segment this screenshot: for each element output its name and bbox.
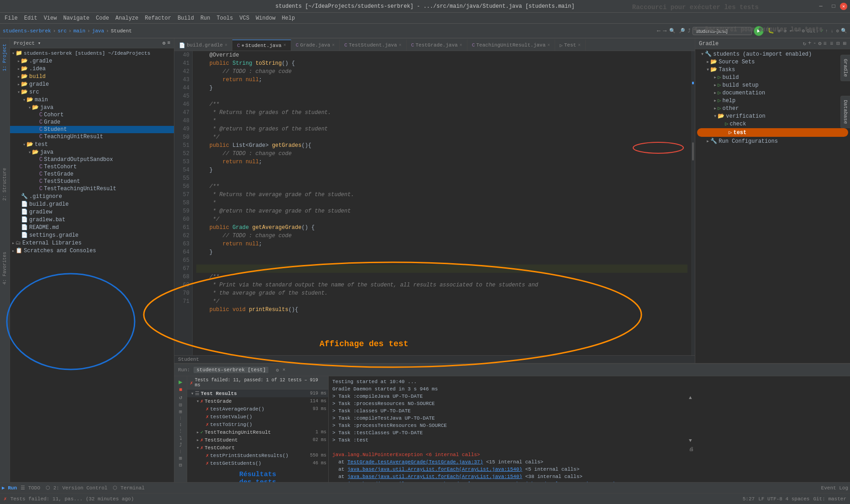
tab-run-active[interactable]: ▶ Run bbox=[2, 485, 17, 491]
gradle-item-build-task[interactable]: ▸ ▷ build bbox=[695, 73, 850, 81]
gradle-sync-icon[interactable]: ↻ bbox=[803, 40, 806, 47]
editor-scrollbar[interactable] bbox=[691, 51, 695, 355]
gradle-item-source-sets[interactable]: ▸ 📂 Source Sets bbox=[695, 58, 850, 66]
menu-window[interactable]: Window bbox=[253, 14, 278, 22]
tree-item-standard-output-sandbox[interactable]: ▸ C StandardOutputSandbox bbox=[10, 156, 174, 163]
tab-build-gradle[interactable]: 📄build.gradle × bbox=[174, 40, 232, 51]
console-link-3[interactable]: java.base/java.util.ArrayList.forEach(Ar… bbox=[347, 474, 522, 479]
gradle-item-tasks[interactable]: ▾ 📂 Tasks bbox=[695, 66, 850, 73]
tab-test[interactable]: ▷Test × bbox=[555, 40, 586, 51]
menu-navigate[interactable]: Navigate bbox=[60, 14, 92, 22]
tree-item-settings-gradle[interactable]: ▸ 📄 settings.gradle bbox=[10, 231, 174, 239]
run-expand-icon[interactable]: ⊞ bbox=[179, 455, 182, 461]
breadcrumb-src[interactable]: src bbox=[58, 28, 67, 34]
menu-refactor[interactable]: Refactor bbox=[142, 14, 174, 22]
gradle-minus-icon[interactable]: - bbox=[813, 40, 816, 47]
console-print-icon[interactable]: 🖨 bbox=[689, 446, 694, 452]
favorites-tab[interactable]: 4: Favorites bbox=[1, 250, 8, 286]
run-toggle-icon[interactable]: ⊡ bbox=[179, 402, 182, 408]
tree-item-main[interactable]: ▾ 📂 main bbox=[10, 96, 174, 104]
tree-item-idea[interactable]: ▸ 📂 .idea bbox=[10, 65, 174, 73]
tree-item-student[interactable]: ▸ C Student bbox=[10, 126, 174, 133]
tree-item-test-cohort[interactable]: ▸ C TestCohort bbox=[10, 163, 174, 171]
tree-item-gitignore[interactable]: ▸ 🔧 .gitignore bbox=[10, 192, 174, 200]
maximize-button[interactable]: □ bbox=[827, 0, 840, 13]
tree-item-gradle[interactable]: ▸ 📂 .gradle bbox=[10, 57, 174, 65]
tree-item-teaching-unit-result[interactable]: ▸ C TeachingUnitResult bbox=[10, 133, 174, 140]
tree-item-scratches[interactable]: ▸ 📋 Scratches and Consoles bbox=[10, 247, 174, 255]
tree-item-java-main[interactable]: ▾ 📂 java bbox=[10, 104, 174, 111]
run-filter-icon[interactable]: ⊞ bbox=[179, 409, 182, 415]
breadcrumb-project[interactable]: students-serbrek bbox=[3, 28, 51, 34]
minimize-button[interactable]: ─ bbox=[814, 0, 827, 13]
run-play-icon[interactable]: ▶ bbox=[178, 378, 182, 386]
menu-vcs[interactable]: VCS bbox=[237, 14, 252, 22]
console-link-2[interactable]: java.base/java.util.ArrayList.forEach(Ar… bbox=[347, 467, 522, 472]
run-sort-icon[interactable]: ↕ bbox=[179, 422, 182, 427]
test-item-to-string[interactable]: ▸ ✗ testToString() bbox=[187, 421, 328, 428]
database-edge-tab[interactable]: Database bbox=[840, 96, 850, 128]
menu-edit[interactable]: Edit bbox=[21, 14, 40, 22]
sidebar-settings-icon[interactable]: ⚙ bbox=[163, 40, 166, 46]
console-scroll-up[interactable]: ▲ bbox=[689, 395, 694, 400]
test-item-get-students[interactable]: ▸ ✗ testGetStudents() 46 ms bbox=[187, 459, 328, 467]
tree-item-gradlew[interactable]: ▸ 📄 gradlew bbox=[10, 208, 174, 216]
test-item-student-suite[interactable]: ▸ ✗ TestStudent 02 ms bbox=[187, 436, 328, 444]
test-item-get-value[interactable]: ▸ ✗ testGetValue() bbox=[187, 413, 328, 421]
gradle-plus-icon[interactable]: + bbox=[808, 40, 811, 47]
tree-item-external-libraries[interactable]: ▸ 🗂 External Libraries bbox=[10, 239, 174, 247]
tree-item-grade[interactable]: ▸ C Grade bbox=[10, 119, 174, 126]
run-rerun-icon[interactable]: ↺ bbox=[179, 394, 182, 401]
run-export-icon[interactable]: ⤴ bbox=[179, 442, 182, 448]
gradle-item-verification[interactable]: ▾ 📂 verification bbox=[695, 112, 850, 120]
tree-item-test-teaching-unit-result[interactable]: ▸ C TestTeachingUnitResult bbox=[10, 185, 174, 192]
breadcrumb-main[interactable]: main bbox=[73, 28, 85, 34]
run-collapse-icon[interactable]: ⊟ bbox=[179, 462, 182, 468]
menu-analyze[interactable]: Analyze bbox=[113, 14, 141, 22]
tab-todo[interactable]: ☰ TODO bbox=[19, 485, 42, 491]
breadcrumb-java[interactable]: java bbox=[92, 28, 104, 34]
tab-student-java[interactable]: C ●Student.java × bbox=[232, 40, 291, 51]
tree-item-src[interactable]: ▾ 📂 src bbox=[10, 88, 174, 96]
tree-item-project-root[interactable]: ▾ 📁 students-serbrek [students] ~/IdeaPr… bbox=[10, 49, 174, 57]
menu-code[interactable]: Code bbox=[93, 14, 112, 22]
structure-tab[interactable]: 2: Structure bbox=[1, 166, 8, 203]
gradle-settings-icon[interactable]: ⚙ bbox=[818, 40, 821, 47]
event-log[interactable]: Event Log bbox=[821, 485, 848, 491]
run-more-icon[interactable]: ⋮ bbox=[178, 428, 183, 434]
tree-item-cohort[interactable]: ▸ C Cohort bbox=[10, 111, 174, 119]
menu-run[interactable]: Run bbox=[198, 14, 213, 22]
run-config-name[interactable]: students-serbrek [test] bbox=[194, 367, 268, 373]
tab-test-grade[interactable]: CTestGrade.java × bbox=[407, 40, 467, 51]
test-item-testgrade-suite[interactable]: ▾ ✗ TestGrade 114 ms bbox=[187, 397, 328, 405]
gradle-item-run-configurations[interactable]: ▸ 🔧 Run Configurations bbox=[695, 137, 850, 145]
search-icon[interactable]: 🔍 bbox=[841, 28, 847, 34]
tree-item-test-student[interactable]: ▸ C TestStudent bbox=[10, 178, 174, 185]
test-item-teaching-unit-suite[interactable]: ▸ ✓ TestTeachingUnitResult 1 ms bbox=[187, 428, 328, 436]
code-content[interactable]: @Override public String toString() { // … bbox=[193, 51, 691, 355]
console-link-1[interactable]: TestGrade.testAverageGrade(TestGrade.jav… bbox=[347, 459, 483, 465]
gradle-item-test[interactable]: ▸ ▷ test bbox=[697, 128, 848, 137]
close-button[interactable]: ✕ bbox=[840, 3, 847, 10]
menu-file[interactable]: File bbox=[2, 14, 21, 22]
menu-build[interactable]: Build bbox=[175, 14, 197, 22]
test-item-average-grade[interactable]: ▸ ✗ testAverageGrade() 93 ms bbox=[187, 405, 328, 413]
test-item-results-root[interactable]: ▾ ☰ Test Results 919 ms bbox=[187, 390, 328, 397]
console-output[interactable]: Testing started at 10:40 ... Gradle Daem… bbox=[329, 376, 850, 493]
gradle-item-check[interactable]: ▸ ▷ check bbox=[695, 120, 850, 128]
test-item-cohort-suite[interactable]: ▾ ✗ TestCohort bbox=[187, 444, 328, 452]
tab-teaching-unit-result[interactable]: CTeachingUnitResult.java × bbox=[467, 40, 555, 51]
tree-item-test-grade[interactable]: ▸ C TestGrade bbox=[10, 171, 174, 178]
tree-item-build-gradle[interactable]: ▸ 📄 build.gradle bbox=[10, 200, 174, 208]
tab-grade-java[interactable]: CGrade.java × bbox=[291, 40, 340, 51]
menu-view[interactable]: View bbox=[41, 14, 60, 22]
project-tab[interactable]: 1: Project bbox=[1, 42, 8, 73]
run-import-icon[interactable]: ⤵ bbox=[179, 435, 182, 441]
gradle-item-build-setup[interactable]: ▸ ▷ build setup bbox=[695, 81, 850, 89]
tree-item-build[interactable]: ▸ 📂 build bbox=[10, 73, 174, 80]
tree-item-gradlew-bat[interactable]: ▸ 📄 gradlew.bat bbox=[10, 216, 174, 223]
test-item-print-students[interactable]: ▸ ✗ testPrintStudentsResults() 550 ms bbox=[187, 452, 328, 459]
menu-help[interactable]: Help bbox=[279, 14, 298, 22]
run-stop-icon[interactable]: ■ bbox=[179, 387, 182, 393]
sidebar-collapse-icon[interactable]: ≡ bbox=[167, 40, 170, 46]
